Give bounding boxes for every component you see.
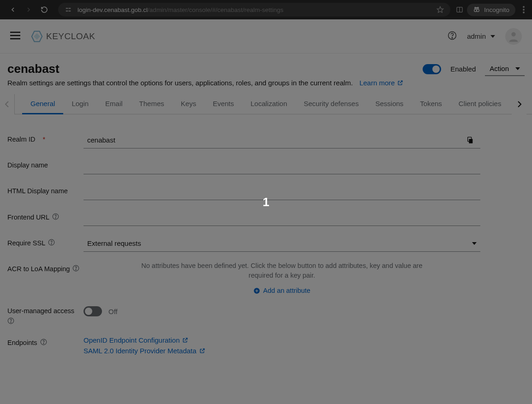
svg-marker-4 xyxy=(437,6,443,12)
help-icon[interactable] xyxy=(40,339,47,347)
title-row: cenabast Enabled Action xyxy=(0,53,532,79)
tab-client-policies[interactable]: Client policies xyxy=(450,94,510,114)
tab-email[interactable]: Email xyxy=(97,94,131,114)
tab-general[interactable]: General xyxy=(22,94,63,114)
tab-tokens[interactable]: Tokens xyxy=(412,94,450,114)
svg-point-8 xyxy=(477,9,479,12)
chevron-down-icon xyxy=(515,67,520,70)
svg-rect-0 xyxy=(66,8,68,9)
copy-button[interactable] xyxy=(460,132,480,149)
acr-empty-message: No attributes have been defined yet. Cli… xyxy=(84,261,480,280)
svg-point-25 xyxy=(51,244,52,244)
svg-point-30 xyxy=(11,322,11,322)
svg-point-11 xyxy=(523,12,525,13)
require-ssl-select[interactable]: External requests xyxy=(84,235,480,252)
uma-state: Off xyxy=(108,308,118,315)
external-link-icon xyxy=(397,80,403,86)
tab-login[interactable]: Login xyxy=(63,94,97,114)
description-text: Realm settings are settings that control… xyxy=(7,79,353,87)
tabs: General Login Email Themes Keys Events L… xyxy=(0,94,532,114)
user-menu[interactable]: admin xyxy=(467,32,495,40)
require-ssl-label: Require SSL xyxy=(7,235,84,247)
help-icon[interactable] xyxy=(448,31,457,42)
learn-more-link[interactable]: Learn more xyxy=(359,79,403,87)
saml-endpoint-link[interactable]: SAML 2.0 Identity Provider Metadata xyxy=(84,345,480,356)
acr-label: ACR to LoA Mapping xyxy=(7,261,84,273)
brand-logo[interactable]: KEYCLOAK xyxy=(30,30,95,43)
uma-label: User-managed access xyxy=(7,303,84,326)
copy-icon xyxy=(466,136,474,144)
svg-point-10 xyxy=(523,9,525,11)
external-link-icon xyxy=(199,348,205,354)
openid-endpoint-link[interactable]: OpenID Endpoint Configuration xyxy=(84,335,480,345)
svg-point-9 xyxy=(523,6,525,8)
help-icon[interactable] xyxy=(72,265,79,273)
svg-rect-2 xyxy=(66,11,68,11)
reload-icon[interactable] xyxy=(40,6,49,13)
enabled-toggle[interactable] xyxy=(423,64,441,74)
forward-icon[interactable] xyxy=(24,6,33,13)
plus-circle-icon xyxy=(253,287,260,294)
action-label: Action xyxy=(490,65,509,72)
menu-icon[interactable] xyxy=(10,31,20,42)
url-bar[interactable]: login-dev.cenabast.gob.cl/admin/master/c… xyxy=(58,3,450,17)
url-text: login-dev.cenabast.gob.cl/admin/master/c… xyxy=(78,6,431,13)
add-attribute-button[interactable]: Add an attribute xyxy=(84,287,480,294)
tab-localization[interactable]: Localization xyxy=(242,94,295,114)
tab-themes[interactable]: Themes xyxy=(131,94,173,114)
help-icon[interactable] xyxy=(48,239,55,247)
browser-chrome: login-dev.cenabast.gob.cl/admin/master/c… xyxy=(0,0,532,19)
keycloak-hex-icon xyxy=(30,30,43,43)
enabled-label: Enabled xyxy=(450,65,476,73)
username: admin xyxy=(467,32,486,40)
avatar[interactable] xyxy=(505,28,522,45)
tab-security[interactable]: Security defenses xyxy=(295,94,367,114)
tab-scroll-right[interactable] xyxy=(512,94,526,114)
display-name-label: Display name xyxy=(7,158,84,169)
html-display-label: HTML Display name xyxy=(7,184,84,195)
tab-scroll-left[interactable] xyxy=(0,94,15,114)
tab-events[interactable]: Events xyxy=(204,94,242,114)
endpoints-label: Endpoints xyxy=(7,335,84,347)
frontend-url-input[interactable] xyxy=(84,209,480,226)
svg-marker-16 xyxy=(34,33,40,40)
uma-toggle[interactable] xyxy=(84,306,102,316)
svg-point-32 xyxy=(43,343,43,344)
svg-rect-3 xyxy=(69,11,71,11)
help-icon[interactable] xyxy=(52,213,59,221)
description-row: Realm settings are settings that control… xyxy=(0,79,532,94)
page-title: cenabast xyxy=(7,62,60,76)
brand-text: KEYCLOAK xyxy=(46,31,95,42)
svg-point-19 xyxy=(511,32,515,36)
realm-id-label: Realm ID * xyxy=(7,132,84,143)
incognito-label: Incognito xyxy=(484,6,509,13)
page-body: cenabast Enabled Action Realm settings a… xyxy=(0,53,532,404)
star-icon[interactable] xyxy=(436,6,445,13)
svg-point-23 xyxy=(55,218,56,218)
frontend-url-label: Frontend URL xyxy=(7,209,84,221)
tab-sessions[interactable]: Sessions xyxy=(367,94,412,114)
tab-keys[interactable]: Keys xyxy=(173,94,204,114)
svg-point-18 xyxy=(452,37,453,38)
panel-icon[interactable] xyxy=(455,6,464,13)
incognito-icon xyxy=(473,6,480,14)
svg-point-7 xyxy=(474,9,477,12)
incognito-indicator: Incognito xyxy=(467,4,515,16)
realm-id-input xyxy=(84,132,460,149)
svg-point-27 xyxy=(76,269,76,270)
app-header: KEYCLOAK admin xyxy=(0,19,532,53)
svg-rect-1 xyxy=(69,8,71,9)
action-dropdown[interactable]: Action xyxy=(485,62,525,76)
html-display-input[interactable] xyxy=(84,184,480,200)
site-settings-icon[interactable] xyxy=(64,6,73,13)
tabs-wrap: General Login Email Themes Keys Events L… xyxy=(0,94,532,114)
external-link-icon xyxy=(182,337,188,343)
browser-menu-icon[interactable] xyxy=(519,6,528,13)
chevron-down-icon xyxy=(472,242,477,245)
help-icon[interactable] xyxy=(7,317,14,326)
chevron-down-icon xyxy=(490,35,495,38)
display-name-input[interactable] xyxy=(84,158,480,174)
form: Realm ID * Display name HTML Display nam… xyxy=(0,114,532,379)
back-icon[interactable] xyxy=(8,6,18,13)
